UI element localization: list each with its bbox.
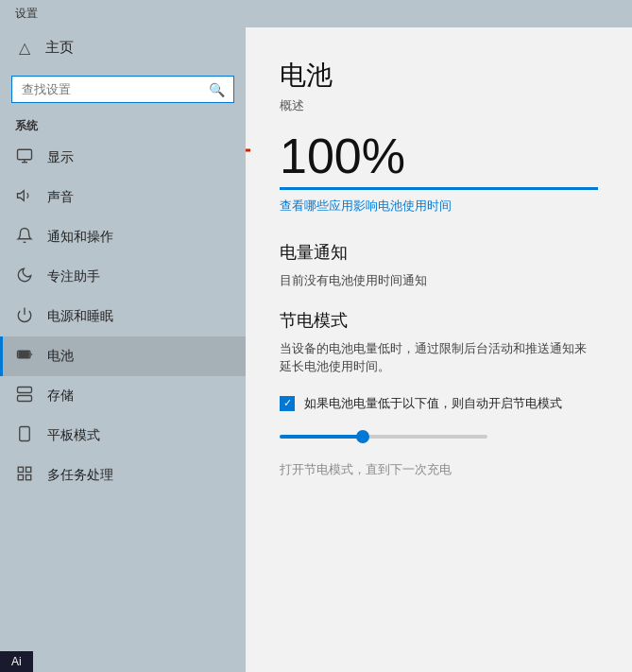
tablet-label: 平板模式 — [47, 427, 100, 444]
svg-rect-16 — [26, 475, 31, 480]
battery-label: 电池 — [47, 348, 74, 365]
sidebar: △ 主页 🔍 系统 显示 声音 通知和操作 — [0, 27, 246, 672]
sidebar-item-notifications[interactable]: 通知和操作 — [0, 217, 246, 257]
battery-bar — [280, 187, 598, 190]
focus-icon — [15, 267, 34, 287]
sidebar-item-sound[interactable]: 声音 — [0, 178, 246, 217]
sidebar-home-label: 主页 — [45, 39, 74, 57]
battery-icon — [15, 346, 34, 367]
focus-label: 专注助手 — [47, 268, 100, 285]
main-layout: △ 主页 🔍 系统 显示 声音 通知和操作 — [0, 27, 632, 672]
content-subtitle: 概述 — [280, 97, 598, 114]
svg-rect-17 — [18, 475, 23, 480]
svg-rect-14 — [18, 467, 23, 472]
power-save-heading: 节电模式 — [280, 309, 598, 332]
svg-rect-12 — [20, 427, 30, 441]
sidebar-item-display[interactable]: 显示 — [0, 138, 246, 178]
home-icon: △ — [15, 39, 34, 57]
page-title: 电池 — [280, 58, 598, 94]
system-section-label: 系统 — [0, 111, 246, 138]
ai-label: Ai — [11, 655, 22, 668]
sidebar-item-storage[interactable]: 存储 — [0, 376, 246, 416]
notification-section-desc: 目前没有电池使用时间通知 — [280, 271, 598, 290]
search-input[interactable] — [11, 76, 234, 103]
power-save-desc: 当设备的电池电量低时，通过限制后台活动和推送通知来延长电池使用时间。 — [280, 339, 598, 376]
power-save-checkbox-row: 如果电池电量低于以下值，则自动开启节电模式 — [280, 395, 598, 412]
sidebar-item-focus[interactable]: 专注助手 — [0, 257, 246, 297]
top-bar-label: 设置 — [15, 7, 38, 20]
sidebar-home[interactable]: △ 主页 — [0, 27, 246, 68]
svg-rect-7 — [19, 353, 29, 357]
svg-rect-0 — [18, 149, 32, 160]
sidebar-item-power[interactable]: 电源和睡眠 — [0, 297, 246, 336]
taskbar-ai-hint: Ai — [0, 651, 33, 672]
battery-apps-link[interactable]: 查看哪些应用影响电池使用时间 — [280, 198, 598, 215]
display-label: 显示 — [47, 149, 74, 166]
power-label: 电源和睡眠 — [47, 308, 113, 325]
power-save-slider-track[interactable] — [280, 435, 487, 439]
storage-icon — [15, 386, 34, 406]
power-save-checkbox[interactable] — [280, 396, 295, 411]
content-area: 电池 概述 100% 查看哪些应用影响电池使用时间 电量通知 目前没有电池使用时… — [246, 27, 632, 672]
storage-label: 存储 — [47, 388, 74, 405]
slider-fill — [280, 435, 363, 439]
sidebar-item-battery[interactable]: 电池 — [0, 336, 246, 376]
svg-rect-15 — [26, 467, 31, 472]
power-save-checkbox-label: 如果电池电量低于以下值，则自动开启节电模式 — [304, 395, 562, 412]
sound-label: 声音 — [47, 189, 74, 206]
power-icon — [15, 306, 34, 327]
notifications-label: 通知和操作 — [47, 229, 113, 246]
svg-marker-3 — [18, 191, 25, 201]
display-icon — [15, 147, 34, 168]
svg-rect-9 — [18, 396, 32, 402]
search-box-wrapper: 🔍 — [0, 68, 246, 111]
multitasking-icon — [15, 465, 34, 486]
slider-thumb[interactable] — [356, 430, 369, 443]
notifications-icon — [15, 227, 34, 248]
sound-icon — [15, 187, 34, 208]
sidebar-item-tablet[interactable]: 平板模式 — [0, 416, 246, 456]
notification-section-heading: 电量通知 — [280, 241, 598, 264]
bottom-label: 打开节电模式，直到下一次充电 — [280, 461, 598, 478]
power-save-slider-wrapper — [280, 427, 598, 446]
svg-rect-8 — [18, 388, 32, 393]
top-bar: 设置 — [0, 0, 632, 27]
sidebar-item-multitasking[interactable]: 多任务处理 — [0, 456, 246, 495]
tablet-icon — [15, 425, 34, 446]
battery-percentage: 100% — [280, 129, 598, 183]
multitasking-label: 多任务处理 — [47, 467, 113, 484]
